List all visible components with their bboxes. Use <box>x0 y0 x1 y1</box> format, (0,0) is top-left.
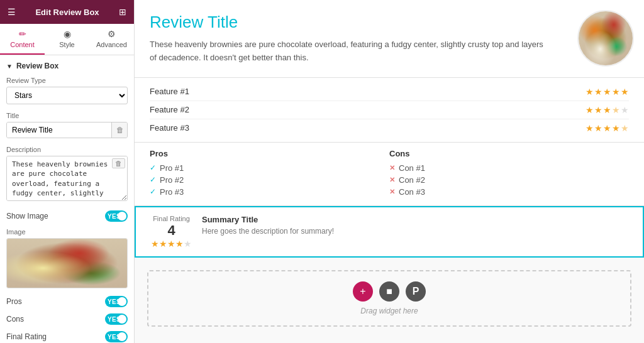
pros-column: Pros ✓ Pro #1 ✓ Pro #2 ✓ Pro #3 <box>150 149 389 199</box>
title-field: Title 🗑 <box>6 112 128 138</box>
final-rating-label: Final Rating <box>6 332 47 341</box>
pros-row: Pros YES <box>6 296 128 307</box>
pro-text-1: Pro #1 <box>160 163 184 173</box>
cons-row: Cons YES <box>6 313 128 325</box>
widget-p-button[interactable]: P <box>406 281 426 302</box>
star: ★ <box>612 87 620 97</box>
section-title: Review Box <box>16 62 58 70</box>
pro-item-2: ✓ Pro #2 <box>150 175 389 185</box>
rating-number-area: Final Rating 4 ★ ★ ★ ★ ★ <box>151 215 192 249</box>
star: ★ <box>586 105 594 115</box>
star: ★ <box>603 87 611 97</box>
panel-header: ☰ Edit Review Box ⊞ <box>0 0 134 24</box>
check-icon-3: ✓ <box>150 187 156 196</box>
pros-header: Pros <box>150 149 389 158</box>
final-rating-section: Final Rating 4 ★ ★ ★ ★ ★ Summary Title H… <box>135 206 644 258</box>
description-label: Description <box>6 146 128 153</box>
rating-number: Final Rating <box>153 215 190 222</box>
star: ★ <box>594 105 602 115</box>
pros-toggle[interactable]: YES <box>105 296 128 307</box>
preview-area: Review Title These heavenly brownies are… <box>135 0 644 78</box>
grid-icon[interactable]: ⊞ <box>119 7 126 17</box>
cons-toggle[interactable]: YES <box>105 313 128 325</box>
image-label: Image <box>6 228 128 236</box>
final-star-3: ★ <box>167 239 175 249</box>
description-textarea[interactable]: These heavenly brownies are pure chocola… <box>6 156 128 201</box>
panel-title: Edit Review Box <box>35 8 99 17</box>
image-field: Image <box>6 228 128 288</box>
final-star-4: ★ <box>175 239 184 249</box>
section-header[interactable]: ▼ Review Box <box>6 62 128 70</box>
con-text-2: Con #2 <box>399 175 425 185</box>
final-star-5: ★ <box>184 239 192 249</box>
review-type-row: Stars Points Percentage <box>6 87 128 104</box>
description-field: Description These heavenly brownies are … <box>6 146 128 203</box>
pro-item-3: ✓ Pro #3 <box>150 187 389 197</box>
star: ★ <box>603 123 611 133</box>
pros-cons-section: Pros ✓ Pro #1 ✓ Pro #2 ✓ Pro #3 Cons ✕ C… <box>135 143 644 206</box>
feature-name-1: Feature #1 <box>150 87 189 96</box>
star-half: ★ <box>621 123 629 133</box>
cons-column: Cons ✕ Con #1 ✕ Con #2 ✕ Con #3 <box>389 149 629 199</box>
add-widget-button[interactable]: + <box>353 281 373 302</box>
feature-name-3: Feature #3 <box>150 123 189 133</box>
left-panel: ☰ Edit Review Box ⊞ ✏ Content ◉ Style ⚙ … <box>0 0 135 343</box>
title-label: Title <box>6 112 128 119</box>
circle-icon: ◉ <box>64 29 71 39</box>
description-clear-icon[interactable]: 🗑 <box>112 158 125 168</box>
right-panel: Review Title These heavenly brownies are… <box>135 0 644 343</box>
pencil-icon: ✏ <box>19 29 26 39</box>
gear-icon: ⚙ <box>108 29 116 39</box>
cons-header: Cons <box>389 149 629 158</box>
final-star-2: ★ <box>159 239 167 249</box>
hamburger-icon[interactable]: ☰ <box>8 7 16 17</box>
star-half: ★ <box>612 105 620 115</box>
collapse-arrow: ▼ <box>6 63 13 70</box>
title-input-wrap: 🗑 <box>6 122 128 138</box>
con-item-3: ✕ Con #3 <box>389 187 629 197</box>
review-type-label: Review Type <box>6 77 128 84</box>
widget-square-button[interactable]: ■ <box>379 281 399 302</box>
tab-style[interactable]: ◉ Style <box>45 24 89 55</box>
drag-area: + ■ P Drag widget here <box>147 270 631 327</box>
pro-text-2: Pro #2 <box>160 175 184 185</box>
review-image-thumb <box>577 10 634 67</box>
show-image-row: Show Image YES <box>6 210 128 222</box>
check-icon-1: ✓ <box>150 163 156 172</box>
star: ★ <box>594 123 602 133</box>
tabs: ✏ Content ◉ Style ⚙ Advanced <box>0 24 134 55</box>
tab-advanced[interactable]: ⚙ Advanced <box>89 24 134 55</box>
final-rating-toggle[interactable]: YES <box>105 331 128 342</box>
title-clear-icon[interactable]: 🗑 <box>111 122 128 138</box>
summary-desc: Here goes the description for summary! <box>202 227 628 236</box>
review-type-select[interactable]: Stars Points Percentage <box>6 87 128 104</box>
review-description: These heavenly brownies are pure chocola… <box>150 38 552 65</box>
review-title: Review Title <box>150 13 629 32</box>
x-icon-3: ✕ <box>389 188 395 196</box>
tab-content[interactable]: ✏ Content <box>0 24 45 55</box>
feature-stars-1: ★ ★ ★ ★ ★ <box>586 87 629 97</box>
show-image-toggle[interactable]: YES <box>105 210 128 222</box>
star: ★ <box>586 123 594 133</box>
star: ★ <box>612 123 620 133</box>
pro-text-3: Pro #3 <box>160 187 184 197</box>
pros-label: Pros <box>6 297 22 306</box>
star: ★ <box>586 87 594 97</box>
feature-name-2: Feature #2 <box>150 105 189 114</box>
panel-body: ▼ Review Box Review Type Stars Points Pe… <box>0 55 134 343</box>
star-empty: ★ <box>621 105 629 115</box>
feature-row-2: Feature #2 ★ ★ ★ ★ ★ <box>150 101 629 119</box>
summary-title: Summary Title <box>202 215 628 224</box>
star: ★ <box>621 87 629 97</box>
check-icon-2: ✓ <box>150 175 156 184</box>
title-input[interactable] <box>7 122 111 138</box>
review-type-field: Review Type Stars Points Percentage <box>6 77 128 104</box>
cons-label: Cons <box>6 315 24 324</box>
food-image <box>7 239 127 288</box>
feature-stars-3: ★ ★ ★ ★ ★ <box>586 123 629 133</box>
description-wrap: These heavenly brownies are pure chocola… <box>6 156 128 203</box>
drag-buttons: + ■ P <box>353 281 426 302</box>
rating-stars-row: ★ ★ ★ ★ ★ <box>151 239 192 249</box>
con-item-1: ✕ Con #1 <box>389 163 629 173</box>
image-preview <box>6 238 128 288</box>
